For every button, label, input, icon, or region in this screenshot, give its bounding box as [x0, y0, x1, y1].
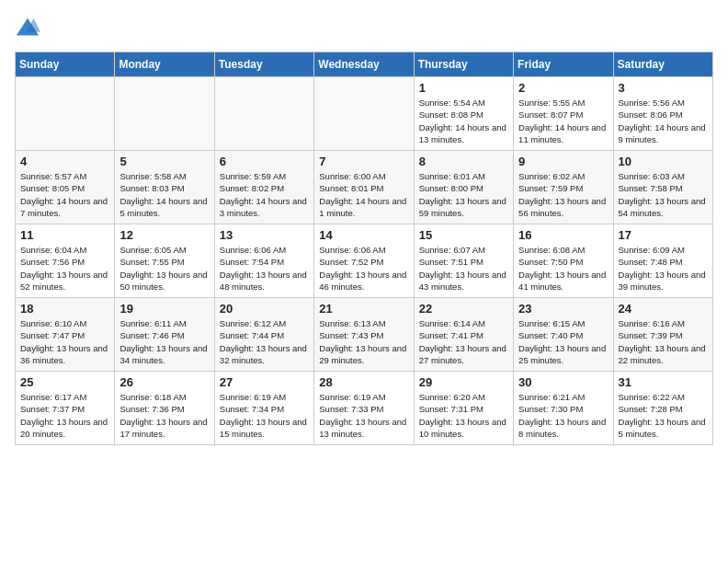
day-info: Sunrise: 5:56 AMSunset: 8:06 PMDaylight:…	[619, 97, 708, 145]
calendar-cell: 11Sunrise: 6:04 AMSunset: 7:56 PMDayligh…	[16, 224, 115, 298]
day-info: Sunrise: 5:57 AMSunset: 8:05 PMDaylight:…	[20, 170, 109, 219]
day-number: 16	[518, 228, 608, 242]
calendar-cell: 12Sunrise: 6:05 AMSunset: 7:55 PMDayligh…	[115, 224, 214, 298]
day-info: Sunrise: 6:21 AMSunset: 7:30 PMDaylight:…	[518, 391, 608, 440]
calendar-cell: 20Sunrise: 6:12 AMSunset: 7:44 PMDayligh…	[214, 298, 313, 372]
day-info: Sunrise: 6:10 AMSunset: 7:47 PMDaylight:…	[20, 317, 109, 366]
day-info: Sunrise: 6:22 AMSunset: 7:28 PMDaylight:…	[619, 391, 708, 440]
day-info: Sunrise: 6:01 AMSunset: 8:00 PMDaylight:…	[419, 170, 508, 219]
logo	[15, 15, 44, 40]
calendar-week-2: 4Sunrise: 5:57 AMSunset: 8:05 PMDaylight…	[16, 151, 713, 224]
calendar-week-4: 18Sunrise: 6:10 AMSunset: 7:47 PMDayligh…	[16, 298, 713, 372]
day-info: Sunrise: 6:06 AMSunset: 7:52 PMDaylight:…	[319, 244, 408, 293]
calendar-cell: 5Sunrise: 5:58 AMSunset: 8:03 PMDaylight…	[115, 151, 214, 224]
calendar-cell: 22Sunrise: 6:14 AMSunset: 7:41 PMDayligh…	[414, 298, 513, 372]
day-info: Sunrise: 6:12 AMSunset: 7:44 PMDaylight:…	[220, 317, 309, 366]
calendar-cell: 8Sunrise: 6:01 AMSunset: 8:00 PMDaylight…	[414, 151, 513, 224]
day-number: 27	[220, 375, 309, 389]
day-info: Sunrise: 5:54 AMSunset: 8:08 PMDaylight:…	[419, 97, 508, 145]
day-info: Sunrise: 6:18 AMSunset: 7:36 PMDaylight:…	[119, 391, 209, 440]
day-header-tuesday: Tuesday	[214, 52, 313, 77]
day-header-wednesday: Wednesday	[314, 52, 414, 77]
calendar-cell: 29Sunrise: 6:20 AMSunset: 7:31 PMDayligh…	[414, 372, 513, 445]
day-number: 24	[619, 302, 708, 316]
day-number: 6	[220, 155, 309, 168]
day-info: Sunrise: 6:11 AMSunset: 7:46 PMDaylight:…	[119, 317, 209, 366]
day-number: 30	[518, 375, 608, 389]
calendar-cell: 2Sunrise: 5:55 AMSunset: 8:07 PMDaylight…	[514, 77, 613, 151]
page-header	[15, 15, 713, 40]
calendar-cell: 25Sunrise: 6:17 AMSunset: 7:37 PMDayligh…	[16, 372, 115, 445]
day-number: 2	[518, 81, 608, 95]
day-info: Sunrise: 6:02 AMSunset: 7:59 PMDaylight:…	[518, 170, 608, 219]
day-info: Sunrise: 5:58 AMSunset: 8:03 PMDaylight:…	[119, 170, 209, 219]
day-header-saturday: Saturday	[613, 52, 712, 77]
day-info: Sunrise: 6:03 AMSunset: 7:58 PMDaylight:…	[619, 170, 708, 219]
calendar-cell: 21Sunrise: 6:13 AMSunset: 7:43 PMDayligh…	[314, 298, 414, 372]
calendar-table: SundayMondayTuesdayWednesdayThursdayFrid…	[15, 52, 713, 445]
calendar-cell: 16Sunrise: 6:08 AMSunset: 7:50 PMDayligh…	[514, 224, 613, 298]
day-info: Sunrise: 6:08 AMSunset: 7:50 PMDaylight:…	[518, 244, 608, 293]
day-number: 28	[319, 375, 408, 389]
calendar-cell: 30Sunrise: 6:21 AMSunset: 7:30 PMDayligh…	[514, 372, 613, 445]
day-number: 11	[20, 228, 109, 242]
calendar-cell	[16, 77, 115, 151]
day-number: 8	[419, 155, 508, 168]
calendar-cell: 13Sunrise: 6:06 AMSunset: 7:54 PMDayligh…	[214, 224, 313, 298]
day-number: 26	[119, 375, 209, 389]
day-number: 9	[518, 155, 608, 168]
calendar-cell: 31Sunrise: 6:22 AMSunset: 7:28 PMDayligh…	[613, 372, 712, 445]
day-number: 14	[319, 228, 408, 242]
day-number: 31	[619, 375, 708, 389]
calendar-week-1: 1Sunrise: 5:54 AMSunset: 8:08 PMDaylight…	[16, 77, 713, 151]
day-info: Sunrise: 6:00 AMSunset: 8:01 PMDaylight:…	[319, 170, 408, 219]
day-info: Sunrise: 6:14 AMSunset: 7:41 PMDaylight:…	[419, 317, 508, 366]
day-info: Sunrise: 6:17 AMSunset: 7:37 PMDaylight:…	[20, 391, 109, 440]
calendar-cell: 1Sunrise: 5:54 AMSunset: 8:08 PMDaylight…	[414, 77, 513, 151]
calendar-cell: 4Sunrise: 5:57 AMSunset: 8:05 PMDaylight…	[16, 151, 115, 224]
day-info: Sunrise: 5:59 AMSunset: 8:02 PMDaylight:…	[220, 170, 309, 219]
calendar-cell: 10Sunrise: 6:03 AMSunset: 7:58 PMDayligh…	[613, 151, 712, 224]
day-number: 25	[20, 375, 109, 389]
calendar-cell	[115, 77, 214, 151]
calendar-cell: 23Sunrise: 6:15 AMSunset: 7:40 PMDayligh…	[514, 298, 613, 372]
day-info: Sunrise: 6:06 AMSunset: 7:54 PMDaylight:…	[220, 244, 309, 293]
day-info: Sunrise: 6:04 AMSunset: 7:56 PMDaylight:…	[20, 244, 109, 293]
day-number: 22	[419, 302, 508, 316]
day-info: Sunrise: 6:05 AMSunset: 7:55 PMDaylight:…	[119, 244, 209, 293]
calendar-cell: 14Sunrise: 6:06 AMSunset: 7:52 PMDayligh…	[314, 224, 414, 298]
day-number: 23	[518, 302, 608, 316]
calendar-cell: 17Sunrise: 6:09 AMSunset: 7:48 PMDayligh…	[613, 224, 712, 298]
calendar-week-5: 25Sunrise: 6:17 AMSunset: 7:37 PMDayligh…	[16, 372, 713, 445]
calendar-cell: 7Sunrise: 6:00 AMSunset: 8:01 PMDaylight…	[314, 151, 414, 224]
calendar-week-3: 11Sunrise: 6:04 AMSunset: 7:56 PMDayligh…	[16, 224, 713, 298]
calendar-cell: 3Sunrise: 5:56 AMSunset: 8:06 PMDaylight…	[613, 77, 712, 151]
day-info: Sunrise: 6:19 AMSunset: 7:33 PMDaylight:…	[319, 391, 408, 440]
day-info: Sunrise: 6:09 AMSunset: 7:48 PMDaylight:…	[619, 244, 708, 293]
day-info: Sunrise: 6:13 AMSunset: 7:43 PMDaylight:…	[319, 317, 408, 366]
day-header-monday: Monday	[115, 52, 214, 77]
day-number: 1	[419, 81, 508, 95]
day-number: 19	[119, 302, 209, 316]
day-info: Sunrise: 5:55 AMSunset: 8:07 PMDaylight:…	[518, 97, 608, 145]
day-number: 10	[619, 155, 708, 168]
calendar-cell: 28Sunrise: 6:19 AMSunset: 7:33 PMDayligh…	[314, 372, 414, 445]
day-number: 20	[220, 302, 309, 316]
day-header-sunday: Sunday	[16, 52, 115, 77]
day-number: 5	[119, 155, 209, 168]
calendar-header-row: SundayMondayTuesdayWednesdayThursdayFrid…	[16, 52, 713, 77]
day-number: 17	[619, 228, 708, 242]
calendar-cell: 18Sunrise: 6:10 AMSunset: 7:47 PMDayligh…	[16, 298, 115, 372]
day-info: Sunrise: 6:20 AMSunset: 7:31 PMDaylight:…	[419, 391, 508, 440]
day-info: Sunrise: 6:16 AMSunset: 7:39 PMDaylight:…	[619, 317, 708, 366]
calendar-cell: 24Sunrise: 6:16 AMSunset: 7:39 PMDayligh…	[613, 298, 712, 372]
day-number: 13	[220, 228, 309, 242]
day-info: Sunrise: 6:15 AMSunset: 7:40 PMDaylight:…	[518, 317, 608, 366]
day-info: Sunrise: 6:19 AMSunset: 7:34 PMDaylight:…	[220, 391, 309, 440]
day-number: 18	[20, 302, 109, 316]
day-number: 4	[20, 155, 109, 168]
calendar-cell	[314, 77, 414, 151]
day-number: 21	[319, 302, 408, 316]
day-number: 3	[619, 81, 708, 95]
logo-icon	[15, 15, 40, 40]
